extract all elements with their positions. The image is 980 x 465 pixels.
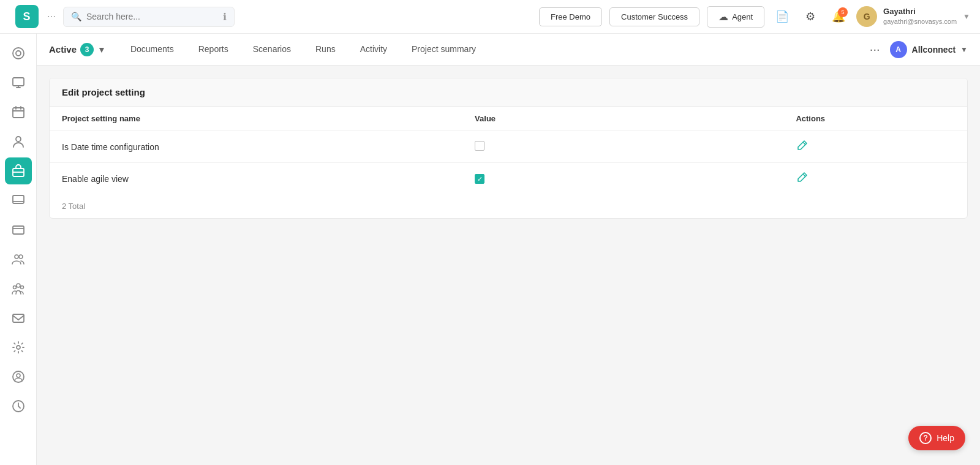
svg-point-1: [16, 51, 21, 56]
user-email: gayathri@snovasys.com: [883, 17, 957, 26]
settings-table: Project setting name Value Actions Is Da…: [50, 107, 967, 194]
active-dropdown-caret[interactable]: ▼: [97, 45, 106, 55]
document-icon-btn[interactable]: 📄: [772, 6, 793, 27]
setting-actions-1: [783, 131, 967, 163]
svg-point-12: [20, 286, 23, 289]
tab-documents[interactable]: Documents: [118, 36, 186, 64]
sidebar-item-calendar[interactable]: [5, 99, 32, 126]
svg-rect-6: [13, 195, 24, 203]
active-label: Active: [49, 44, 77, 55]
project-area[interactable]: A Allconnect ▼: [890, 41, 968, 58]
edit-section: Edit project setting Project setting nam…: [49, 78, 968, 219]
sidebar-item-briefcase[interactable]: [5, 157, 32, 184]
svg-rect-7: [13, 226, 24, 234]
svg-rect-3: [13, 108, 24, 118]
svg-rect-13: [13, 314, 24, 322]
main-content: Active 3 ▼ Documents Reports Scenarios R…: [37, 34, 980, 465]
setting-name-1: Is Date time configuration: [50, 131, 462, 163]
expand-icon[interactable]: ⋯: [47, 12, 56, 21]
notification-badge: 5: [838, 7, 848, 17]
sub-header: Active 3 ▼ Documents Reports Scenarios R…: [37, 34, 980, 66]
gear-icon: ⚙: [805, 10, 815, 23]
sidebar-item-desktop[interactable]: [5, 187, 32, 214]
tab-scenarios[interactable]: Scenarios: [241, 36, 303, 64]
table-row: Enable agile view ✓: [50, 163, 967, 195]
setting-value-1[interactable]: [462, 131, 783, 163]
svg-point-0: [13, 48, 24, 59]
svg-point-9: [19, 255, 23, 259]
tab-project-summary[interactable]: Project summary: [399, 36, 488, 64]
user-avatar: G: [856, 6, 877, 27]
settings-icon-btn[interactable]: ⚙: [800, 6, 821, 27]
sidebar-item-circle[interactable]: [5, 40, 32, 67]
sidebar-item-monitor[interactable]: [5, 69, 32, 96]
edit-section-title: Edit project setting: [50, 78, 967, 107]
svg-point-4: [16, 137, 21, 142]
sidebar-item-group[interactable]: [5, 275, 32, 302]
top-header: S ⋯ 🔍 ℹ Free Demo Customer Success ☁ Age…: [0, 0, 980, 34]
setting-name-2: Enable agile view: [50, 163, 462, 195]
col-header-name: Project setting name: [50, 107, 462, 131]
checkbox-unchecked-1[interactable]: [475, 141, 484, 151]
more-options-icon[interactable]: ···: [870, 42, 880, 56]
active-badge: 3: [80, 43, 94, 56]
project-dropdown-arrow[interactable]: ▼: [960, 45, 968, 54]
help-circle-icon: ?: [919, 432, 932, 444]
col-header-actions: Actions: [783, 107, 967, 131]
info-icon[interactable]: ℹ: [223, 11, 227, 23]
agent-button[interactable]: ☁ Agent: [707, 6, 764, 28]
sidebar-item-settings[interactable]: [5, 334, 32, 361]
active-tab-area: Active 3 ▼: [49, 43, 106, 56]
svg-point-11: [13, 286, 16, 289]
svg-rect-2: [13, 78, 24, 86]
tab-reports[interactable]: Reports: [186, 36, 241, 64]
col-header-value: Value: [462, 107, 783, 131]
search-area[interactable]: 🔍 ℹ: [63, 7, 235, 27]
setting-actions-2: [783, 163, 967, 195]
logo-area: S: [10, 5, 43, 28]
sidebar-item-people[interactable]: [5, 246, 32, 273]
document-icon: 📄: [775, 10, 789, 23]
table-row: Is Date time configuration: [50, 131, 967, 163]
edit-btn-1[interactable]: [796, 140, 808, 152]
sidebar-item-user-circle[interactable]: [5, 363, 32, 390]
free-demo-button[interactable]: Free Demo: [539, 7, 602, 26]
app-logo[interactable]: S: [15, 5, 39, 28]
tab-activity[interactable]: Activity: [348, 36, 399, 64]
help-button[interactable]: ? Help: [908, 426, 965, 450]
header-actions: Free Demo Customer Success ☁ Agent 📄 ⚙ 🔔…: [539, 6, 970, 28]
tab-runs[interactable]: Runs: [303, 36, 348, 64]
cloud-icon: ☁: [718, 11, 728, 23]
total-label: 2 Total: [50, 194, 967, 218]
search-input[interactable]: [86, 12, 218, 21]
page-content: Edit project setting Project setting nam…: [37, 66, 980, 465]
tab-nav: Documents Reports Scenarios Runs Activit…: [118, 36, 870, 64]
svg-point-14: [17, 346, 20, 349]
sidebar-item-clock[interactable]: [5, 393, 32, 420]
sidebar-item-card[interactable]: [5, 216, 32, 243]
svg-point-8: [15, 255, 18, 259]
user-name: Gayathri: [883, 7, 957, 17]
sidebar-item-mail[interactable]: [5, 304, 32, 331]
setting-value-2[interactable]: ✓: [462, 163, 783, 195]
edit-btn-2[interactable]: [796, 172, 808, 184]
sidebar: [0, 34, 37, 465]
project-avatar: A: [890, 41, 907, 58]
notification-icon-btn[interactable]: 🔔 5: [828, 6, 849, 27]
checkbox-checked-2[interactable]: ✓: [475, 174, 484, 184]
help-label: Help: [937, 433, 954, 443]
user-dropdown-arrow[interactable]: ▼: [963, 12, 970, 21]
user-info: Gayathri gayathri@snovasys.com: [883, 7, 957, 26]
svg-point-16: [17, 374, 20, 377]
sidebar-item-person[interactable]: [5, 128, 32, 155]
project-name: Allconnect: [912, 45, 956, 55]
search-icon: 🔍: [71, 12, 81, 21]
customer-success-button[interactable]: Customer Success: [609, 7, 699, 26]
svg-point-10: [17, 284, 20, 287]
user-area[interactable]: G Gayathri gayathri@snovasys.com ▼: [856, 6, 970, 27]
